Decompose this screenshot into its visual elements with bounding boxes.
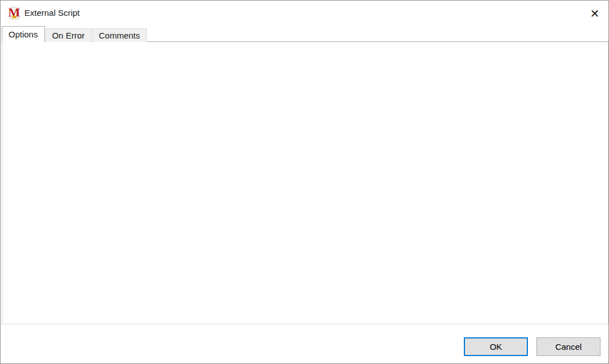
tab-on-error[interactable]: On Error [45,28,92,42]
tab-comments[interactable]: Comments [92,28,147,42]
macro-express-icon: M [8,7,20,19]
external-script-dialog: M External Script ✕ OptionsOn ErrorComme… [0,0,609,364]
tab-bar: OptionsOn ErrorComments [2,26,147,42]
tab-options[interactable]: Options [2,26,45,42]
cancel-button[interactable]: Cancel [536,337,600,356]
title-bar: M External Script ✕ [1,1,608,26]
window-title: External Script [24,8,80,18]
close-icon[interactable]: ✕ [586,5,604,22]
options-tab-page [2,41,608,324]
ok-button[interactable]: OK [464,337,528,356]
